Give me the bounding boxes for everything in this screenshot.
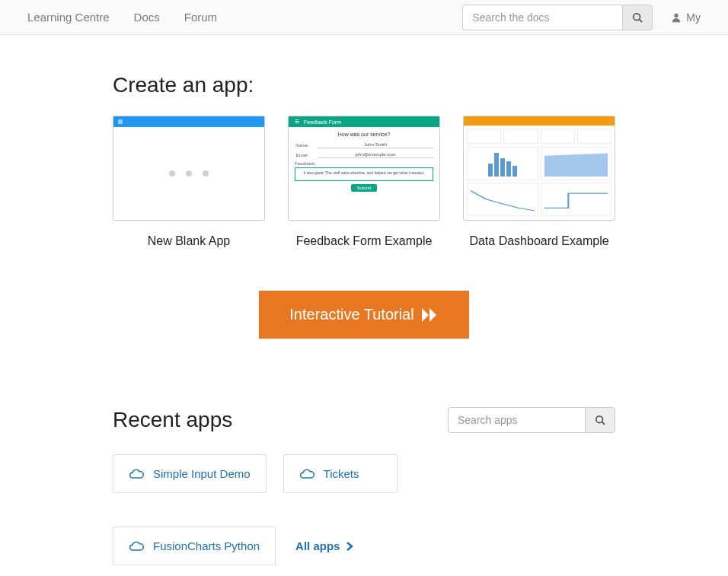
- app-card-fusioncharts-python[interactable]: FusionCharts Python: [113, 527, 276, 565]
- template-feedback-form[interactable]: ☰ Feedback Form How was our service? Nam…: [288, 116, 440, 250]
- svg-point-0: [634, 13, 640, 20]
- svg-line-1: [640, 19, 643, 22]
- fb-submit: Submit: [351, 184, 378, 192]
- cloud-icon: [129, 540, 144, 552]
- app-link[interactable]: Simple Input Demo: [153, 467, 251, 480]
- cta-label: Interactive Tutorial: [289, 306, 413, 323]
- user-menu[interactable]: My: [671, 11, 701, 24]
- app-link[interactable]: FusionCharts Python: [153, 539, 260, 552]
- create-heading: Create an app:: [113, 73, 615, 97]
- cloud-icon: [129, 468, 144, 480]
- user-label: My: [686, 11, 701, 24]
- app-link[interactable]: Tickets: [324, 467, 359, 480]
- user-icon: [671, 12, 682, 23]
- fb-name-value: John Smith: [318, 142, 433, 148]
- svg-marker-3: [422, 308, 429, 322]
- search-docs-button[interactable]: [622, 5, 653, 30]
- fb-feedback-value: It was great! The staff were attentive, …: [295, 167, 433, 181]
- search-docs: [462, 5, 653, 30]
- svg-marker-4: [429, 308, 436, 322]
- all-apps-label: All apps: [295, 539, 340, 552]
- app-card-simple-input-demo[interactable]: Simple Input Demo: [113, 454, 267, 493]
- template-title: New Blank App: [113, 233, 265, 250]
- template-data-dashboard[interactable]: Data Dashboard Example: [463, 116, 615, 250]
- nav-forum[interactable]: Forum: [184, 11, 217, 24]
- apps-grid: Simple Input Demo Tickets FusionCharts P…: [113, 454, 615, 565]
- cloud-icon: [299, 468, 315, 480]
- chevron-right-icon: [346, 541, 353, 552]
- search-apps-button[interactable]: [585, 407, 615, 433]
- svg-point-5: [596, 416, 603, 423]
- fb-email-label: Email:: [295, 153, 310, 158]
- interactive-tutorial-button[interactable]: Interactive Tutorial: [259, 291, 468, 339]
- template-blank-thumb: [113, 116, 265, 221]
- svg-line-6: [602, 422, 605, 425]
- fb-preview-header: Feedback Form: [304, 119, 341, 125]
- fb-name-label: Name:: [295, 143, 310, 148]
- template-title: Feedback Form Example: [288, 233, 440, 250]
- forward-icon: [422, 308, 439, 322]
- topbar: Learning Centre Docs Forum My: [0, 0, 728, 35]
- fb-feedback-label: Feedback:: [295, 161, 310, 166]
- all-apps-link[interactable]: All apps: [292, 527, 356, 565]
- search-icon: [632, 12, 643, 23]
- topbar-links: Learning Centre Docs Forum: [27, 11, 217, 24]
- search-apps-input[interactable]: [448, 407, 585, 433]
- templates-row: New Blank App ☰ Feedback Form How was ou…: [113, 116, 615, 250]
- template-feedback-thumb: ☰ Feedback Form How was our service? Nam…: [288, 116, 440, 221]
- template-blank-app[interactable]: New Blank App: [113, 116, 265, 250]
- fb-email-value: john@example.com: [318, 151, 433, 158]
- template-dashboard-thumb: [463, 116, 615, 221]
- fb-preview-question: How was our service?: [295, 132, 433, 137]
- template-title: Data Dashboard Example: [463, 233, 615, 250]
- search-apps: [448, 407, 615, 433]
- nav-learning-centre[interactable]: Learning Centre: [27, 11, 110, 24]
- app-card-tickets[interactable]: Tickets: [283, 454, 398, 493]
- search-docs-input[interactable]: [462, 5, 622, 30]
- svg-point-2: [675, 13, 679, 17]
- nav-docs[interactable]: Docs: [134, 11, 160, 24]
- recent-heading: Recent apps: [113, 408, 232, 432]
- search-icon: [595, 415, 605, 425]
